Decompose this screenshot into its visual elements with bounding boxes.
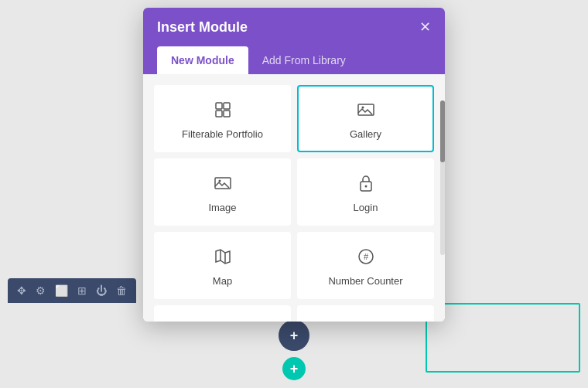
module-item-login[interactable]: Login	[297, 158, 434, 226]
map-icon	[214, 247, 232, 269]
module-label-gallery: Gallery	[350, 128, 381, 140]
svg-point-9	[364, 185, 367, 188]
person-icon	[214, 321, 232, 322]
svg-rect-2	[216, 111, 222, 117]
module-label-image: Image	[208, 202, 236, 213]
tab-bar: New Module Add From Library	[143, 46, 445, 74]
modal-header: Insert Module ✕	[143, 8, 445, 46]
svg-rect-1	[224, 103, 230, 109]
module-label-filterable-portfolio: Filterable Portfolio	[182, 128, 263, 140]
insert-module-modal: Insert Module ✕ New Module Add From Libr…	[143, 8, 445, 322]
image-icon	[214, 174, 232, 196]
svg-point-7	[218, 180, 220, 182]
modal-overlay: Insert Module ✕ New Module Add From Libr…	[0, 0, 588, 388]
svg-rect-0	[216, 103, 222, 109]
module-item-gallery[interactable]: Gallery	[297, 85, 434, 152]
gallery-icon	[357, 100, 375, 122]
number-counter-icon: #	[357, 247, 375, 269]
svg-point-5	[361, 107, 364, 109]
module-grid: Filterable Portfolio Gallery	[143, 74, 445, 322]
module-item-portfolio[interactable]: Portfolio	[297, 305, 434, 322]
module-item-filterable-portfolio[interactable]: Filterable Portfolio	[154, 85, 291, 152]
module-item-number-counter[interactable]: # Number Counter	[297, 232, 434, 299]
module-item-image[interactable]: Image	[154, 158, 291, 226]
modal-close-button[interactable]: ✕	[419, 19, 431, 36]
scroll-indicator	[440, 100, 445, 255]
module-label-number-counter: Number Counter	[328, 275, 402, 287]
portfolio-icon	[357, 321, 375, 322]
tab-new-module[interactable]: New Module	[157, 46, 248, 74]
module-label-login: Login	[354, 202, 378, 213]
svg-rect-3	[224, 111, 230, 117]
module-item-map[interactable]: Map	[154, 232, 291, 299]
scroll-thumb[interactable]	[440, 100, 445, 162]
svg-text:#: #	[363, 252, 368, 261]
filterable-portfolio-icon	[214, 100, 232, 122]
tab-add-from-library[interactable]: Add From Library	[248, 46, 360, 74]
module-label-map: Map	[213, 275, 232, 287]
login-icon	[357, 174, 374, 196]
modal-title: Insert Module	[157, 19, 248, 36]
module-item-person[interactable]: Person	[154, 305, 291, 322]
